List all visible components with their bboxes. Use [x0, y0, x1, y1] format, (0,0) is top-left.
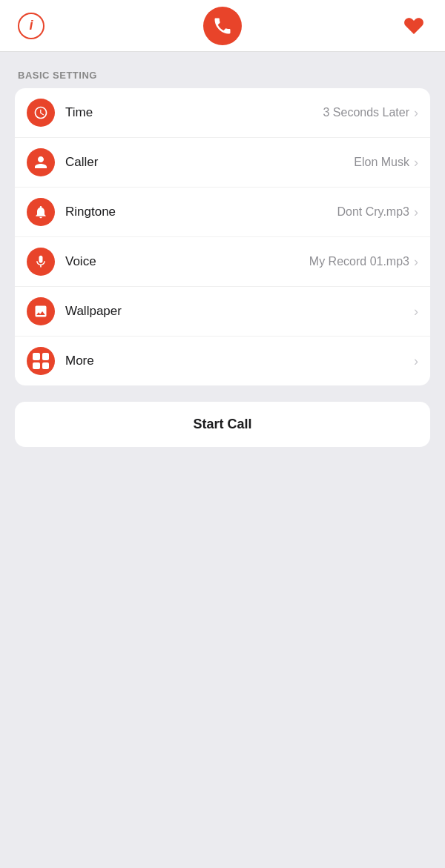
start-call-button[interactable]: Start Call: [15, 402, 430, 447]
ringtone-value: Dont Cry.mp3: [337, 205, 409, 219]
wallpaper-row[interactable]: Wallpaper ›: [15, 287, 430, 337]
more-label: More: [65, 354, 409, 368]
voice-label: Voice: [65, 254, 309, 269]
wallpaper-icon-wrapper: [27, 297, 55, 325]
ringtone-icon-wrapper: [27, 198, 55, 226]
time-icon-wrapper: [27, 99, 55, 127]
caller-label: Caller: [65, 155, 354, 170]
settings-card: Time 3 Seconds Later › Caller Elon Musk …: [15, 88, 430, 385]
more-row[interactable]: More ›: [15, 337, 430, 385]
time-chevron: ›: [414, 105, 418, 121]
section-label: BASIC SETTING: [15, 70, 430, 81]
person-icon: [33, 155, 48, 170]
clock-icon: [33, 105, 48, 120]
more-icon-wrapper: [27, 347, 55, 375]
bell-icon: [33, 205, 48, 219]
heart-icon[interactable]: [400, 13, 427, 39]
main-content: BASIC SETTING Time 3 Seconds Later › Cal…: [0, 52, 445, 465]
more-chevron: ›: [414, 354, 418, 369]
start-call-label: Start Call: [193, 417, 251, 432]
time-value: 3 Seconds Later: [323, 106, 409, 119]
ringtone-chevron: ›: [414, 205, 418, 220]
caller-value: Elon Musk: [354, 156, 409, 169]
caller-chevron: ›: [414, 155, 418, 170]
image-icon: [33, 304, 48, 319]
phone-icon[interactable]: [203, 7, 242, 45]
wallpaper-chevron: ›: [414, 304, 418, 319]
voice-value: My Record 01.mp3: [309, 255, 409, 268]
header: i: [0, 0, 445, 52]
grid-icon: [33, 353, 49, 369]
voice-row[interactable]: Voice My Record 01.mp3 ›: [15, 237, 430, 287]
time-label: Time: [65, 105, 323, 120]
mic-icon: [33, 254, 48, 269]
time-row[interactable]: Time 3 Seconds Later ›: [15, 88, 430, 138]
info-icon[interactable]: i: [18, 13, 44, 39]
caller-row[interactable]: Caller Elon Musk ›: [15, 138, 430, 188]
caller-icon-wrapper: [27, 148, 55, 176]
voice-chevron: ›: [414, 254, 418, 270]
wallpaper-label: Wallpaper: [65, 304, 409, 319]
voice-icon-wrapper: [27, 248, 55, 276]
ringtone-row[interactable]: Ringtone Dont Cry.mp3 ›: [15, 188, 430, 237]
ringtone-label: Ringtone: [65, 205, 337, 219]
